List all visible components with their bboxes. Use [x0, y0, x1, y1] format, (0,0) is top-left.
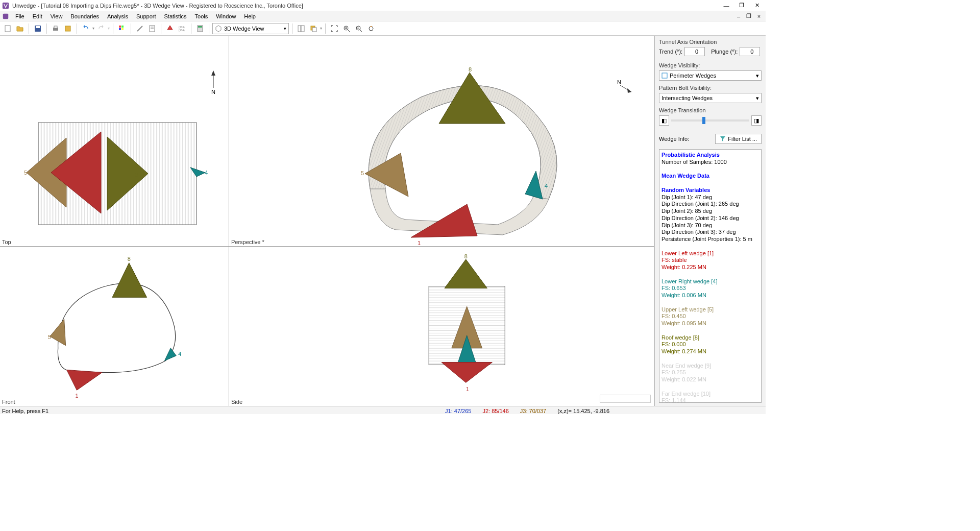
- mdi-restore-button[interactable]: ❐: [744, 12, 753, 20]
- viewport-top-label: Top: [2, 239, 11, 245]
- menu-edit[interactable]: Edit: [29, 12, 46, 20]
- svg-text:N: N: [211, 89, 215, 95]
- svg-marker-43: [211, 70, 215, 76]
- print-button[interactable]: [50, 23, 61, 34]
- titlebar: Unwedge - [Tutorial 08 Importing a Dips …: [0, 0, 766, 11]
- viewport-perspective[interactable]: 8 5 1 4 N Perspective *: [229, 36, 654, 246]
- plunge-label: Plunge (°):: [711, 49, 738, 55]
- svg-marker-70: [442, 363, 492, 383]
- translation-reset-right[interactable]: ◨: [751, 115, 762, 126]
- menu-boundaries[interactable]: Boundaries: [66, 12, 103, 20]
- svg-text:4: 4: [545, 183, 548, 189]
- svg-rect-11: [121, 28, 124, 30]
- wedge-info-label: Wedge Info:: [659, 136, 689, 142]
- trend-label: Trend (°):: [659, 49, 682, 55]
- status-j3: J3: 70/037: [520, 408, 546, 414]
- svg-rect-22: [312, 28, 316, 32]
- perimeter-icon: [662, 73, 668, 79]
- translation-slider[interactable]: [671, 119, 749, 122]
- svg-line-28: [360, 30, 362, 32]
- viewport-front[interactable]: 8 5 1 4 Front: [0, 247, 229, 406]
- svg-text:N: N: [617, 79, 621, 85]
- measure-button[interactable]: [134, 23, 145, 34]
- svg-text:1: 1: [75, 393, 78, 399]
- menu-window[interactable]: Window: [212, 12, 240, 20]
- zoom-extents-button[interactable]: [329, 23, 340, 34]
- menu-tools[interactable]: Tools: [191, 12, 212, 20]
- compute-button[interactable]: [164, 23, 176, 34]
- svg-point-31: [371, 26, 372, 27]
- svg-text:1: 1: [418, 240, 421, 246]
- svg-marker-57: [112, 263, 147, 298]
- menu-analysis[interactable]: Analysis: [103, 12, 132, 20]
- statusbar: For Help, press F1 J1: 47/265 J2: 85/146…: [0, 406, 766, 414]
- svg-rect-18: [198, 26, 202, 28]
- print-preview-button[interactable]: [62, 23, 74, 34]
- svg-line-24: [348, 30, 350, 32]
- svg-text:5: 5: [361, 170, 364, 176]
- wedge-visibility-label: Wedge Visibility:: [659, 62, 762, 68]
- svg-text:8: 8: [128, 256, 131, 262]
- grid-button[interactable]: [116, 23, 128, 34]
- calculator-button[interactable]: [194, 23, 206, 34]
- viewport-top[interactable]: 5 1 8 4 N Top: [0, 36, 229, 246]
- toolbar: ▾ ▾ {233}{134} 3D Wedge View ▾ ▾: [0, 21, 766, 36]
- svg-rect-6: [54, 26, 57, 28]
- close-button[interactable]: ✕: [749, 0, 765, 11]
- status-j1: J1: 47/265: [445, 408, 471, 414]
- viewport-perspective-label: Perspective *: [231, 239, 264, 245]
- undo-button[interactable]: [80, 23, 91, 34]
- svg-marker-59: [67, 370, 103, 390]
- svg-text:4: 4: [205, 170, 208, 176]
- window-title: Unwedge - [Tutorial 08 Importing a Dips …: [12, 3, 303, 9]
- menubar: File Edit View Boundaries Analysis Suppo…: [0, 11, 766, 21]
- zoom-out-button[interactable]: [353, 23, 364, 34]
- minimize-button[interactable]: —: [719, 0, 734, 11]
- filter-icon: [720, 136, 726, 142]
- sidebar: Tunnel Axis Orientation Trend (°): Plung…: [654, 36, 766, 406]
- layout-button[interactable]: [296, 23, 307, 34]
- mdi-close-button[interactable]: ×: [754, 12, 764, 20]
- viewport-side[interactable]: 8 1 Side: [229, 247, 654, 406]
- redo-button[interactable]: [95, 23, 107, 34]
- status-coords: (x,z)= 15.425, -9.816: [557, 408, 609, 414]
- plunge-input[interactable]: [740, 47, 760, 56]
- zoom-in-button[interactable]: [341, 23, 352, 34]
- mdi-minimize-button[interactable]: –: [734, 12, 743, 20]
- pan-button[interactable]: [365, 23, 377, 34]
- svg-text:{134}: {134}: [179, 29, 185, 32]
- svg-text:1: 1: [466, 386, 469, 392]
- menu-statistics[interactable]: Statistics: [160, 12, 191, 20]
- menu-file[interactable]: File: [11, 12, 29, 20]
- trend-input[interactable]: [684, 47, 705, 56]
- wedge-visibility-select[interactable]: Perimeter Wedges▾: [659, 70, 762, 81]
- svg-rect-10: [119, 28, 121, 30]
- svg-text:4: 4: [178, 351, 181, 357]
- pattern-bolt-select[interactable]: Intersecting Wedges▾: [659, 93, 762, 103]
- svg-rect-19: [298, 26, 301, 32]
- view-selector[interactable]: 3D Wedge View ▾: [212, 23, 289, 34]
- save-button[interactable]: [32, 23, 43, 34]
- open-button[interactable]: [14, 23, 26, 34]
- svg-rect-20: [301, 26, 304, 32]
- svg-rect-2: [5, 26, 10, 32]
- menu-help[interactable]: Help: [240, 12, 260, 20]
- maximize-button[interactable]: ❐: [734, 0, 749, 11]
- svg-rect-1: [3, 13, 9, 19]
- svg-text:8: 8: [464, 253, 468, 259]
- stats-button[interactable]: {233}{134}: [177, 23, 188, 34]
- svg-rect-9: [121, 26, 124, 28]
- new-button[interactable]: [2, 23, 13, 34]
- wedge-translation-label: Wedge Translation: [659, 107, 762, 113]
- menu-support[interactable]: Support: [132, 12, 160, 20]
- cube-icon: [215, 25, 222, 32]
- report-button[interactable]: [146, 23, 158, 34]
- svg-text:8: 8: [469, 66, 472, 73]
- viewport-front-label: Front: [2, 399, 15, 405]
- copy-view-button[interactable]: [308, 23, 319, 34]
- menu-view[interactable]: View: [46, 12, 67, 20]
- translation-reset-left[interactable]: ◧: [659, 115, 669, 126]
- viewport-input[interactable]: [600, 395, 651, 403]
- filter-list-button[interactable]: Filter List ...: [715, 134, 762, 144]
- svg-rect-7: [65, 26, 70, 31]
